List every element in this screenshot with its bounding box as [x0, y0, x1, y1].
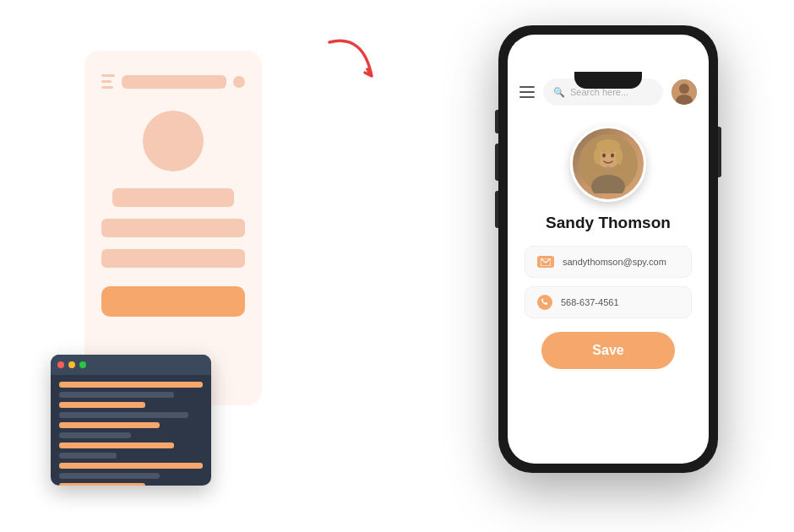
svg-point-5	[596, 139, 620, 153]
profile-photo	[570, 126, 646, 202]
profile-image	[579, 134, 638, 193]
phone-info-card[interactable]: 568-637-4561	[525, 286, 692, 318]
code-line	[59, 392, 174, 398]
wireframe-avatar	[143, 111, 204, 171]
email-value: sandythomson@spy.com	[563, 257, 666, 267]
wf-avatar-dot	[233, 76, 245, 88]
wf-search-bar	[122, 75, 226, 89]
wf-save-bar	[101, 286, 245, 317]
editor-titlebar	[51, 355, 211, 375]
phone-vol-down-button	[495, 191, 498, 228]
svg-point-10	[611, 154, 614, 158]
code-line	[59, 402, 145, 408]
code-editor	[51, 355, 211, 486]
code-line	[59, 412, 188, 418]
code-line	[59, 442, 174, 448]
hamburger-line	[519, 96, 535, 98]
wf-line-3	[101, 86, 113, 89]
svg-point-6	[594, 148, 601, 165]
email-icon	[537, 256, 554, 268]
search-icon: 🔍	[553, 87, 565, 98]
hamburger-line	[519, 91, 535, 93]
code-line	[59, 422, 160, 428]
code-line	[59, 473, 160, 479]
dot-green	[79, 361, 86, 368]
wireframe-topbar	[101, 74, 245, 89]
profile-name: Sandy Thomson	[546, 214, 671, 232]
wf-line-1	[101, 74, 115, 77]
phone-mute-button	[495, 110, 498, 133]
phone-notch	[574, 72, 642, 89]
hamburger-menu-icon[interactable]	[519, 86, 535, 98]
save-button[interactable]: Save	[541, 332, 675, 369]
svg-point-9	[602, 154, 606, 158]
code-line	[59, 382, 203, 388]
wf-name-bar	[112, 188, 235, 207]
wf-info-bar-1	[101, 219, 245, 237]
code-line	[59, 463, 203, 469]
code-line	[59, 483, 145, 486]
email-info-card[interactable]: sandythomson@spy.com	[525, 246, 692, 278]
code-line	[59, 432, 131, 438]
svg-rect-11	[606, 166, 611, 168]
dot-red	[57, 361, 64, 368]
arrow-indicator	[321, 34, 389, 93]
hamburger-line	[519, 86, 535, 88]
phone-vol-up-button	[495, 144, 498, 181]
wireframe-menu-lines	[101, 74, 115, 89]
code-line	[59, 453, 117, 459]
app-screen: 🔍 Search here...	[508, 35, 709, 464]
phone-mockup: 🔍 Search here...	[498, 25, 718, 473]
profile-section: Sandy Thomson sandythomson@spy.com	[508, 114, 709, 377]
wireframe-card	[84, 51, 262, 405]
phone-number-value: 568-637-4561	[561, 297, 619, 307]
dot-yellow	[68, 361, 75, 368]
phone-icon	[537, 295, 552, 310]
email-envelope	[541, 258, 551, 266]
user-avatar-small[interactable]	[672, 79, 697, 105]
phone-power-button	[718, 127, 721, 177]
phone-screen: 🔍 Search here...	[508, 35, 709, 464]
svg-point-1	[679, 84, 689, 94]
wf-info-bar-2	[101, 249, 245, 268]
wf-line-2	[101, 80, 111, 83]
svg-point-7	[616, 148, 623, 165]
scene: 🔍 Search here...	[0, 0, 794, 532]
phone-handset	[541, 298, 549, 307]
avatar-image	[672, 79, 697, 105]
code-lines	[51, 375, 211, 486]
